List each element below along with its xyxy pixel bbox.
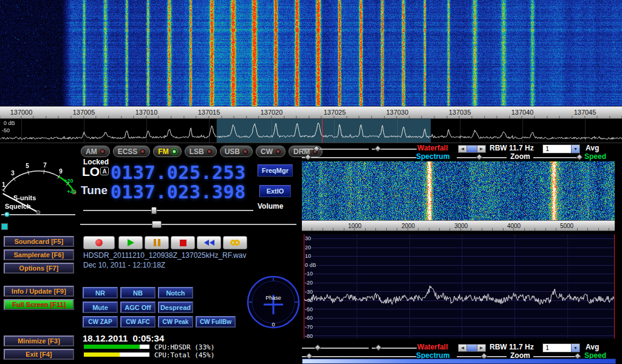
zoom-out-arrow-icon[interactable]: ◄ bbox=[459, 345, 466, 351]
slider-track bbox=[80, 224, 296, 225]
lo-frequency-display[interactable]: 0137.025.253 bbox=[111, 162, 246, 183]
cpu-hdsdr-label: CPU:HDSDR (33%) bbox=[154, 343, 214, 351]
scale-label: 137045 bbox=[574, 109, 596, 116]
zoom-out-arrow-icon[interactable]: ◄ bbox=[459, 146, 466, 152]
zoom-label-top: Zoom bbox=[510, 152, 530, 161]
slider-thumb[interactable] bbox=[304, 153, 311, 160]
recording-timestamp: Dec 10, 2011 - 12:10:18Z bbox=[83, 261, 165, 269]
mode-button-cw[interactable]: CW bbox=[256, 146, 285, 157]
squelch-slider[interactable] bbox=[1, 211, 75, 218]
avg-select-bottom[interactable]: 1 ▼ bbox=[542, 343, 580, 352]
main-waterfall[interactable] bbox=[0, 0, 622, 106]
menu-button-soundcard[interactable]: Soundcard [F5] bbox=[4, 236, 74, 247]
mode-button-usb[interactable]: USB bbox=[220, 146, 253, 157]
menu-button-samplerate[interactable]: Samplerate [F6] bbox=[4, 249, 74, 260]
af-frequency-scale[interactable]: 1000 2000 3000 4000 5000 bbox=[302, 220, 615, 231]
dsp-button-despread[interactable]: Despread bbox=[158, 302, 193, 313]
pause-button[interactable] bbox=[145, 236, 169, 249]
mode-button-lsb[interactable]: LSB bbox=[185, 146, 217, 157]
chevron-down-icon[interactable]: ▼ bbox=[571, 344, 579, 352]
zoom-in-arrow-icon[interactable]: ► bbox=[477, 146, 485, 152]
scale-label: 137030 bbox=[386, 109, 409, 116]
waterfall-brightness-slider-bottom[interactable] bbox=[302, 345, 369, 352]
chevron-down-icon[interactable]: ▼ bbox=[571, 145, 579, 153]
cpu-hdsdr-fill bbox=[84, 345, 140, 349]
cpu-total-label: CPU:Total (45%) bbox=[154, 351, 214, 359]
menu-button-exit[interactable]: Exit [F4] bbox=[4, 349, 74, 360]
slider-thumb[interactable] bbox=[314, 344, 321, 351]
mode-label: USB bbox=[225, 147, 240, 156]
volume-slider-thumb[interactable] bbox=[151, 207, 157, 214]
af-waterfall[interactable] bbox=[302, 161, 615, 220]
lo-lock-badge[interactable]: A bbox=[100, 167, 109, 175]
slider-thumb[interactable] bbox=[476, 153, 482, 160]
extio-button[interactable]: ExtIO bbox=[259, 185, 291, 197]
spectrum-pan-bar[interactable] bbox=[302, 359, 616, 364]
slider-thumb[interactable] bbox=[374, 145, 381, 152]
rewind-button[interactable] bbox=[197, 236, 221, 249]
zoom-control-top[interactable]: ◄ ► bbox=[458, 145, 486, 153]
af-spectrum[interactable] bbox=[304, 234, 615, 339]
mode-button-ecss[interactable]: ECSS bbox=[113, 146, 151, 157]
hdsdr-window: 137000 137005 137010 137015 137020 13702… bbox=[0, 0, 622, 364]
recording-filename: HDSDR_20111210_120938Z_137025kHz_RF.wav bbox=[83, 251, 246, 260]
dsp-button-nr[interactable]: NR bbox=[83, 287, 118, 298]
speed-slider-top[interactable] bbox=[533, 154, 581, 161]
slider-track bbox=[533, 356, 581, 357]
dsp-button-nb[interactable]: NB bbox=[120, 287, 156, 298]
dsp-button-mute[interactable]: Mute bbox=[83, 302, 118, 313]
zoom-control-bottom[interactable]: ◄ ► bbox=[458, 344, 486, 352]
loop-button[interactable] bbox=[223, 236, 247, 249]
dsp-button-cw-zap[interactable]: CW ZAP bbox=[83, 316, 118, 328]
menu-button-minimize[interactable]: Minimize [F3] bbox=[4, 335, 74, 346]
zoom-slider-top[interactable] bbox=[457, 154, 507, 161]
smeter-tick-label: 9 bbox=[59, 168, 63, 175]
dsp-button-cw-afc[interactable]: CW AFC bbox=[120, 316, 156, 328]
freqmgr-button[interactable]: FreqMgr bbox=[258, 164, 293, 177]
slider-thumb[interactable] bbox=[313, 145, 320, 152]
waterfall-contrast-slider-top[interactable] bbox=[372, 146, 417, 153]
volume-slider[interactable] bbox=[83, 207, 253, 214]
dsp-button-cw-fullbw[interactable]: CW FullBw bbox=[196, 316, 236, 328]
main-spectrum-db-label-mid: -50 bbox=[2, 127, 10, 133]
avg-value: 1 bbox=[543, 145, 571, 153]
mode-label: FM bbox=[158, 147, 168, 156]
dsp-button-agc-off[interactable]: AGC Off bbox=[120, 302, 156, 313]
smeter-tick-label: +40 bbox=[67, 189, 76, 195]
mode-led-icon bbox=[207, 149, 212, 154]
zoom-in-arrow-icon[interactable]: ► bbox=[477, 345, 485, 351]
rbw-label-bottom: RBW 11.7 Hz bbox=[490, 343, 534, 351]
dsp-button-cw-peak[interactable]: CW Peak bbox=[158, 316, 193, 328]
waterfall-brightness-slider-top[interactable] bbox=[302, 146, 369, 153]
stop-button[interactable] bbox=[171, 236, 195, 249]
menu-button-fullscreen[interactable]: Full Screen [F11] bbox=[4, 299, 74, 310]
smeter-tick-label: 7 bbox=[43, 162, 47, 169]
slider-thumb[interactable] bbox=[375, 344, 382, 351]
play-button[interactable] bbox=[118, 236, 143, 249]
tuning-slider-thumb[interactable] bbox=[152, 221, 162, 228]
main-spectrum[interactable] bbox=[0, 119, 622, 143]
main-frequency-scale[interactable]: 137000 137005 137010 137015 137020 13702… bbox=[0, 106, 622, 119]
tune-frequency-display[interactable]: 0137.023.398 bbox=[111, 181, 246, 203]
menu-button-options[interactable]: Options [F7] bbox=[4, 263, 74, 274]
mode-label: LSB bbox=[190, 147, 204, 156]
record-button[interactable] bbox=[83, 236, 115, 249]
waterfall-contrast-slider-bottom[interactable] bbox=[372, 345, 417, 352]
smeter-tick-label: 5 bbox=[26, 163, 29, 169]
zoom-thumb[interactable] bbox=[466, 345, 477, 351]
squelch-slider-thumb[interactable] bbox=[4, 212, 10, 217]
stop-icon bbox=[180, 240, 186, 246]
mode-label: CW bbox=[261, 147, 273, 156]
slider-thumb[interactable] bbox=[576, 153, 583, 160]
avg-select-top[interactable]: 1 ▼ bbox=[542, 144, 580, 153]
zoom-thumb[interactable] bbox=[466, 146, 477, 152]
dsp-row-1: NR NB Notch bbox=[83, 287, 193, 298]
phase-label: Phase bbox=[265, 295, 281, 301]
dsp-button-notch[interactable]: Notch bbox=[158, 287, 193, 298]
tuning-slider[interactable] bbox=[80, 221, 296, 228]
spectrum-gain-slider-top[interactable] bbox=[302, 154, 416, 161]
menu-button-info-update[interactable]: Info / Update [F9] bbox=[4, 286, 74, 297]
mode-button-am[interactable]: AM bbox=[81, 146, 110, 157]
slider-track bbox=[83, 210, 253, 211]
mode-button-fm[interactable]: FM bbox=[153, 146, 181, 157]
